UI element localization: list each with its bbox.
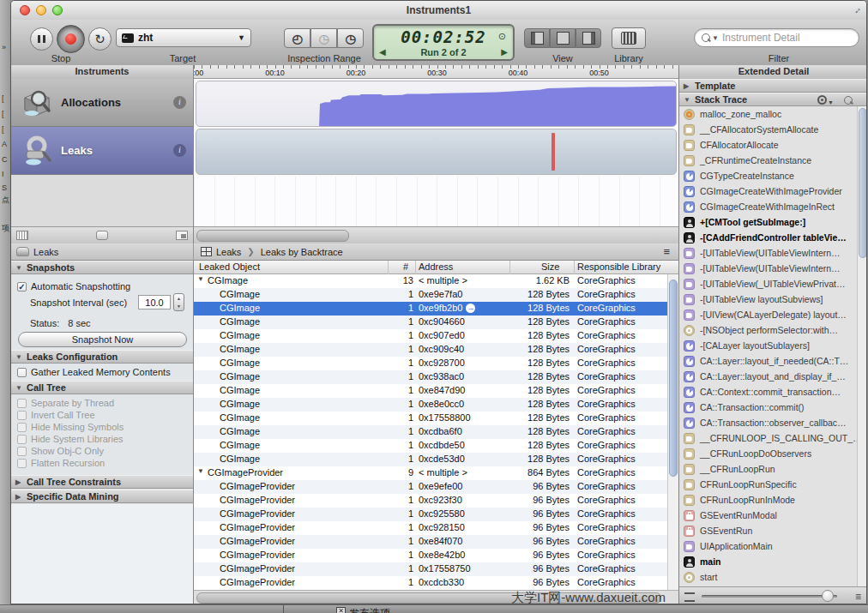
col-size[interactable]: Size [541, 261, 559, 272]
table-row[interactable]: CGImage10xc938ac0128 BytesCoreGraphics [194, 370, 667, 384]
checkbox-row[interactable]: Separate by Thread [11, 397, 193, 409]
ruler-toggle-icon[interactable] [16, 231, 28, 240]
library-button[interactable] [612, 27, 646, 49]
stack-frame[interactable]: -[CALayer layoutSublayers] [679, 338, 857, 353]
inspection-range-clear-button[interactable]: ◷ [310, 28, 337, 48]
table-row[interactable]: CGImage10xe847d90128 BytesCoreGraphics [194, 384, 667, 398]
col-leaked-object[interactable]: Leaked Object [199, 261, 260, 272]
center-toggle-icon[interactable] [96, 231, 108, 240]
stack-frame[interactable]: _CFRuntimeCreateInstance [679, 153, 857, 168]
next-run-button[interactable]: ▶ [501, 47, 508, 57]
table-row[interactable]: CGImage10xc907ed0128 BytesCoreGraphics [194, 329, 667, 343]
inspector-jump-bar[interactable]: Leaks [11, 243, 194, 261]
instrument-allocations[interactable]: Allocations i [11, 79, 193, 127]
table-row[interactable]: CGImage10xcde53d0128 BytesCoreGraphics [194, 453, 667, 466]
section-call-tree[interactable]: ▼ Call Tree [11, 381, 193, 394]
search-menu-chevron-icon[interactable]: ▼ [712, 34, 719, 42]
filter-search-field[interactable]: ▼ Instrument Detail [694, 28, 859, 47]
col-address[interactable]: Address [419, 261, 453, 272]
col-count[interactable]: # [403, 261, 413, 272]
stack-frame[interactable]: CFAllocatorAllocate [679, 137, 857, 153]
table-vertical-scrollbar[interactable] [667, 274, 678, 590]
info-icon[interactable]: i [173, 96, 186, 109]
stack-frame[interactable]: -[UITableView(UITableViewIntern… [679, 261, 857, 276]
frame-filter-slider[interactable] [702, 595, 837, 598]
table-row[interactable]: CGImageProvider10xc923f3096 BytesCoreGra… [194, 494, 667, 508]
stack-frame[interactable]: start [679, 569, 857, 585]
stepper-down-icon[interactable]: ▼ [174, 303, 184, 309]
table-row[interactable]: CGImage10xc928700128 BytesCoreGraphics [194, 357, 667, 370]
disclosure-triangle[interactable]: ▼ [684, 93, 690, 106]
stepper-up-icon[interactable]: ▲ [174, 296, 184, 301]
scrollbar-thumb[interactable] [669, 279, 678, 477]
snapshot-interval-field[interactable]: 10.0 [138, 295, 171, 310]
info-icon[interactable]: i [173, 144, 186, 157]
table-row[interactable]: CGImageProvider10xe8e42b096 BytesCoreGra… [194, 549, 667, 562]
target-dropdown[interactable]: zht ▼ [116, 28, 251, 47]
stack-frame[interactable]: -[UIView(CALayerDelegate) layout… [679, 307, 857, 322]
stack-frame[interactable]: -[UITableView(UITableViewIntern… [679, 245, 857, 261]
table-row[interactable]: CGImageProvider10x1755875096 BytesCoreGr… [194, 562, 667, 576]
table-row[interactable]: CGImage10xcdbde50128 BytesCoreGraphics [194, 439, 667, 453]
track-horizontal-scrollbar[interactable] [194, 226, 678, 243]
section-stack-trace[interactable]: ▼ Stack Trace ▼ [679, 93, 867, 106]
focus-arrow-icon[interactable]: → [466, 303, 475, 313]
view-left-pane-button[interactable] [524, 28, 550, 48]
checkbox-icon[interactable]: ✓ [17, 282, 27, 291]
checkbox-icon[interactable] [17, 399, 27, 408]
stack-frame[interactable]: UIApplicationMain [679, 538, 857, 554]
clock-icon[interactable]: ⊙ [498, 31, 506, 42]
table-row[interactable]: ▼CGImageProvider9< multiple >864 BytesCo… [194, 466, 667, 480]
view-bottom-pane-button[interactable] [550, 28, 576, 48]
stack-frame[interactable]: __CFRunLoopDoObservers [679, 446, 857, 461]
stack-frame[interactable]: CA::Context::commit_transaction… [679, 384, 857, 400]
scrollbar-thumb[interactable] [196, 230, 349, 242]
checkbox-row[interactable]: Flatten Recursion [11, 457, 193, 469]
table-row[interactable]: CGImage10xc909c40128 BytesCoreGraphics [194, 343, 667, 357]
row-disclosure-triangle[interactable]: ▼ [197, 275, 204, 283]
view-right-pane-button[interactable] [576, 28, 601, 48]
row-disclosure-triangle[interactable]: ▼ [197, 467, 204, 475]
table-row[interactable]: CGImageProvider10xe9efe0096 BytesCoreGra… [194, 480, 667, 494]
disclosure-triangle[interactable]: ▶ [684, 80, 689, 93]
snapshot-now-button[interactable]: Snapshot Now [18, 332, 187, 347]
loop-button[interactable]: ↻ [88, 27, 112, 51]
slider-knob[interactable] [822, 590, 834, 602]
stack-frame[interactable]: CGImageCreateWithImageInRect [679, 199, 857, 214]
table-row[interactable]: CGImage10xcdba6f0128 BytesCoreGraphics [194, 425, 667, 439]
gear-icon[interactable] [817, 95, 827, 105]
jump-segment-backtrace[interactable]: Leaks by Backtrace [261, 247, 343, 257]
pause-button[interactable] [30, 27, 53, 51]
checkbox-icon[interactable] [17, 423, 27, 432]
stack-frame[interactable]: CGImageCreateWithImageProvider [679, 183, 857, 199]
section-leaks-configuration[interactable]: ▼ Leaks Configuration [11, 350, 193, 364]
checkbox-icon[interactable] [17, 411, 27, 420]
disclosure-triangle[interactable]: ▼ [15, 351, 22, 364]
stack-frame[interactable]: CA::Layer::layout_and_display_if_… [679, 369, 857, 384]
table-row[interactable]: CGImage10xe9e7fa0128 BytesCoreGraphics [194, 288, 667, 302]
table-row[interactable]: CGImageProvider10xcdcb33096 BytesCoreGra… [194, 576, 667, 590]
stack-frame[interactable]: __CFRunLoopRun [679, 461, 857, 477]
stack-frame[interactable]: malloc_zone_malloc [679, 106, 857, 122]
stack-frame[interactable]: GSEventRunModal [679, 508, 857, 523]
timeline-ruler[interactable]: 00:0000:1000:2000:3000:4000:50 [194, 65, 678, 79]
checkbox-icon[interactable] [17, 435, 27, 444]
table-row[interactable]: CGImage10xc904660128 BytesCoreGraphics [194, 316, 667, 329]
table-options-menu-icon[interactable]: ≡ [663, 245, 670, 258]
record-stop-button[interactable] [57, 25, 85, 53]
checkbox-row[interactable]: Hide Missing Symbols [11, 421, 193, 433]
stack-frame[interactable]: -[UITableView layoutSubviews] [679, 291, 857, 307]
stack-frame[interactable]: CA::Layer::layout_if_needed(CA::T… [679, 353, 857, 369]
stack-frame[interactable]: GSEventRun [679, 523, 857, 538]
table-row[interactable]: CGImageProvider10xe84f07096 BytesCoreGra… [194, 535, 667, 549]
table-row[interactable]: CGImageProvider10xc92815096 BytesCoreGra… [194, 521, 667, 535]
section-template[interactable]: ▶ Template [679, 79, 867, 93]
compact-view-icon[interactable] [684, 592, 695, 602]
disclosure-triangle[interactable]: ▶ [15, 476, 21, 489]
checkbox-icon[interactable] [17, 459, 27, 468]
stack-frame[interactable]: +[CMTool getSubImage:] [679, 214, 857, 230]
expanded-view-icon[interactable]: ≡ [855, 591, 861, 603]
inspection-range-start-button[interactable]: ◴ [284, 28, 310, 48]
section-specific-data-mining[interactable]: ▶ Specific Data Mining [11, 490, 193, 503]
title-bar[interactable]: Instruments1 ↔ [11, 1, 866, 21]
